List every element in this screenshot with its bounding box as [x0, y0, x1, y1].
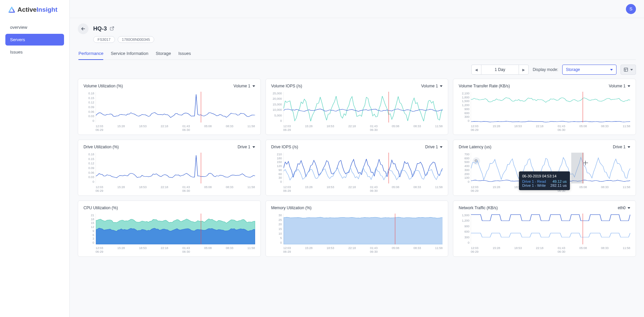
chart-title: Drive Latency (us) — [459, 145, 491, 149]
chart-area[interactable]: 25,00020,00015,00010,0005,000012:03 06-2… — [271, 92, 443, 132]
topbar: S — [70, 0, 644, 18]
display-mode-select[interactable]: Storage — [562, 65, 617, 75]
display-mode-label: Display mode: — [533, 67, 558, 72]
event-marker — [583, 153, 583, 183]
event-marker — [201, 153, 201, 183]
chart-title: Volume Utilization (%) — [83, 84, 123, 88]
chart-area[interactable]: 30252015105012:03 06-2915:2818:5322:1801… — [271, 214, 443, 254]
x-axis: 12:03 06-2915:2818:5322:1801:43 06-3005:… — [283, 246, 443, 254]
y-axis: 211815129630 — [83, 214, 96, 244]
chart-area[interactable]: 21181512963012:03 06-2915:2818:5322:1801… — [83, 214, 255, 254]
chart-title: Drive IOPS (/s) — [271, 145, 298, 149]
chart-area[interactable]: 2,1001,8001,5001,200900600300012:03 06-2… — [459, 92, 630, 132]
time-prev-button[interactable]: ◀ — [472, 65, 481, 74]
time-next-button[interactable]: ▶ — [519, 65, 528, 74]
chart-card-vol_xfer: Volume Transfer Rate (KB/s)Volume 12,100… — [453, 79, 636, 135]
chip: FS3017 — [93, 36, 115, 43]
chevron-down-icon — [610, 69, 613, 71]
event-marker — [389, 153, 389, 183]
chart-series-select[interactable]: Drive 1 — [425, 145, 443, 149]
chart-title: Volume Transfer Rate (KB/s) — [459, 84, 510, 88]
plot[interactable] — [283, 153, 443, 183]
chart-series-select[interactable]: Volume 1 — [234, 84, 255, 88]
chart-area[interactable]: 700600500400300200100006-30-2019 04:53:1… — [459, 153, 630, 193]
x-axis: 12:03 06-2915:2818:5322:1801:43 06-3005:… — [96, 185, 255, 193]
x-axis: 12:03 06-2915:2818:5322:1801:43 06-3005:… — [471, 125, 630, 132]
chart-card-net: Network Traffic (KB/s)eth01,5001,2009006… — [453, 201, 636, 257]
chart-area[interactable]: 210180150120906030012:03 06-2915:2818:53… — [271, 153, 443, 193]
brand-logo: ActiveInsight — [0, 0, 69, 21]
chart-card-drive_util: Drive Utilization (%)Drive 10.180.150.12… — [78, 140, 261, 196]
chart-card-drive_iops: Drive IOPS (/s)Drive 1210180150120906030… — [266, 140, 449, 196]
x-axis: 12:03 06-2915:2818:5322:1801:43 06-3005:… — [283, 185, 443, 193]
sidebar-item-issues[interactable]: Issues — [5, 46, 64, 58]
plot[interactable] — [283, 214, 443, 244]
x-axis: 12:03 06-2915:2818:5322:1801:43 06-3005:… — [471, 246, 630, 254]
chart-area[interactable]: 1,5001,200900600300012:03 06-2915:2818:5… — [459, 214, 630, 254]
back-button[interactable] — [78, 23, 89, 34]
chart-card-vol_iops: Volume IOPS (/s)Volume 125,00020,00015,0… — [266, 79, 449, 135]
chart-series-select[interactable]: Drive 1 — [238, 145, 255, 149]
svg-rect-0 — [624, 68, 628, 72]
logo-icon — [8, 6, 15, 13]
plot[interactable] — [471, 214, 630, 244]
sidebar: ActiveInsight overviewServersIssues — [0, 0, 70, 317]
x-axis: 12:03 06-2915:2818:5322:1801:43 06-3005:… — [283, 125, 443, 132]
layout-toggle-button[interactable] — [621, 65, 636, 75]
layout-icon — [624, 67, 628, 72]
y-axis: 1,5001,2009006003000 — [459, 214, 471, 244]
plot[interactable] — [96, 92, 255, 123]
tab-performance[interactable]: Performance — [78, 48, 103, 60]
chart-area[interactable]: 0.180.150.120.090.060.03012:03 06-2915:2… — [83, 153, 255, 193]
plot[interactable] — [283, 92, 443, 123]
tab-service-information[interactable]: Service Information — [111, 48, 148, 60]
chart-series-select[interactable]: eth0 — [618, 206, 630, 210]
external-link-icon[interactable] — [110, 26, 114, 32]
tab-issues[interactable]: Issues — [178, 48, 191, 60]
chart-tooltip: 06-30-2019 04:53:14Drive 1 - Read49.12 u… — [519, 171, 570, 190]
y-axis: 0.180.150.120.090.060.030 — [83, 92, 96, 123]
page-header: HQ-3 — [78, 23, 636, 34]
sidebar-item-overview[interactable]: overview — [5, 21, 64, 33]
plot[interactable] — [471, 92, 630, 123]
content: HQ-3 FS30171780O8N000345 PerformanceServ… — [70, 18, 644, 317]
event-marker — [395, 214, 395, 244]
event-marker — [201, 92, 201, 123]
chart-series-select[interactable]: Drive 1 — [613, 145, 630, 149]
chip: 1780O8N000345 — [118, 36, 155, 43]
plot[interactable] — [96, 153, 255, 183]
event-marker — [583, 214, 583, 244]
sidebar-item-servers[interactable]: Servers — [5, 34, 64, 46]
chart-card-mem: Memory Utilization (%)30252015105012:03 … — [266, 201, 449, 257]
chart-card-cpu: CPU Utilization (%)21181512963012:03 06-… — [78, 201, 261, 257]
y-axis: 25,00020,00015,00010,0005,0000 — [271, 92, 283, 123]
y-axis: 302520151050 — [271, 214, 283, 244]
event-marker — [201, 214, 201, 244]
y-axis: 2,1001,8001,5001,2009006003000 — [459, 92, 471, 123]
chart-card-drive_lat: Drive Latency (us)Drive 1700600500400300… — [453, 140, 636, 196]
main: S HQ-3 FS30171780O8N000345 PerformanceSe… — [70, 0, 644, 317]
chevron-down-icon — [630, 69, 633, 71]
page-title: HQ-3 — [93, 25, 107, 32]
tabs: PerformanceService InformationStorageIss… — [78, 48, 636, 60]
y-axis: 2101801501209060300 — [271, 153, 283, 183]
x-axis: 12:03 06-2915:2818:5322:1801:43 06-3005:… — [96, 125, 255, 132]
display-mode-value: Storage — [566, 67, 580, 72]
time-range-nav: ◀ 1 Day ▶ — [471, 65, 529, 75]
chart-card-vol_util: Volume Utilization (%)Volume 10.180.150.… — [78, 79, 261, 135]
chart-title: Volume IOPS (/s) — [271, 84, 302, 88]
plot[interactable] — [96, 214, 255, 244]
tab-storage[interactable]: Storage — [156, 48, 171, 60]
chart-series-select[interactable]: Volume 1 — [421, 84, 443, 88]
chart-series-select[interactable]: Volume 1 — [609, 84, 630, 88]
avatar[interactable]: S — [626, 4, 636, 14]
y-axis: 0.180.150.120.090.060.030 — [83, 153, 96, 183]
nav: overviewServersIssues — [0, 21, 69, 59]
chart-title: Memory Utilization (%) — [271, 206, 312, 210]
chart-area[interactable]: 0.180.150.120.090.060.03012:03 06-2915:2… — [83, 92, 255, 132]
x-axis: 12:03 06-2915:2818:5322:1801:43 06-3005:… — [96, 246, 255, 254]
chart-grid: Volume Utilization (%)Volume 10.180.150.… — [78, 79, 636, 263]
plot[interactable]: 06-30-2019 04:53:14Drive 1 - Read49.12 u… — [471, 153, 630, 183]
event-marker — [583, 92, 583, 123]
time-range-label[interactable]: 1 Day — [481, 65, 519, 74]
